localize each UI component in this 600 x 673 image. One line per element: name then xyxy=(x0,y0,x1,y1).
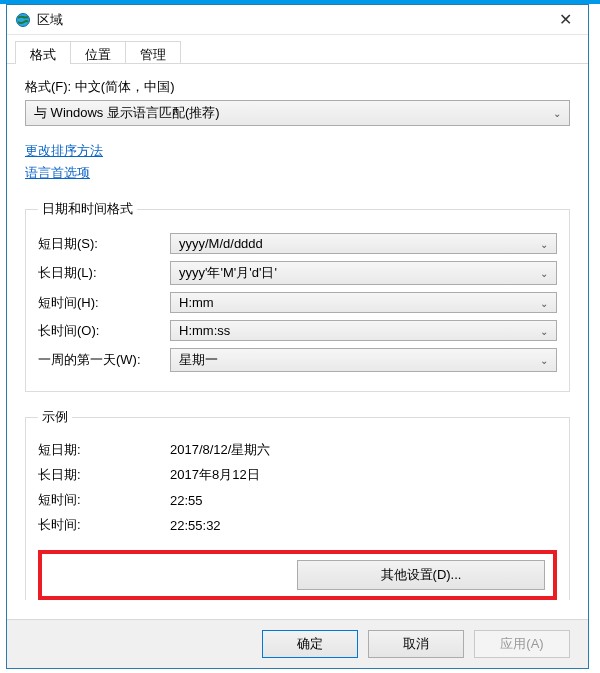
ex-long-date-label: 长日期: xyxy=(38,466,170,484)
chevron-down-icon: ⌄ xyxy=(540,325,548,336)
close-button[interactable]: ✕ xyxy=(542,5,588,34)
svg-point-0 xyxy=(17,13,30,26)
first-day-value: 星期一 xyxy=(179,352,218,367)
ex-short-date-value: 2017/8/12/星期六 xyxy=(170,441,557,459)
example-group: 示例 短日期: 2017/8/12/星期六 长日期: 2017年8月12日 短时… xyxy=(25,408,570,600)
tab-label: 位置 xyxy=(85,47,111,62)
ex-long-time-value: 22:55:32 xyxy=(170,518,557,533)
long-date-label: 长日期(L): xyxy=(38,264,170,282)
tab-administrative[interactable]: 管理 xyxy=(125,41,181,63)
window-title: 区域 xyxy=(37,11,542,29)
tab-label: 管理 xyxy=(140,47,166,62)
ex-short-time-value: 22:55 xyxy=(170,493,557,508)
long-date-select[interactable]: yyyy'年'M'月'd'日' ⌄ xyxy=(170,261,557,285)
chevron-down-icon: ⌄ xyxy=(540,297,548,308)
ex-short-time-label: 短时间: xyxy=(38,491,170,509)
highlight-box: 其他设置(D)... xyxy=(38,550,557,600)
long-time-label: 长时间(O): xyxy=(38,322,170,340)
short-time-select[interactable]: H:mm ⌄ xyxy=(170,292,557,313)
cancel-button[interactable]: 取消 xyxy=(368,630,464,658)
chevron-down-icon: ⌄ xyxy=(540,238,548,249)
example-legend: 示例 xyxy=(38,408,72,426)
ex-long-time-label: 长时间: xyxy=(38,516,170,534)
tab-format[interactable]: 格式 xyxy=(15,41,71,63)
format-select[interactable]: 与 Windows 显示语言匹配(推荐) ⌄ xyxy=(25,100,570,126)
region-icon xyxy=(15,12,31,28)
ex-short-date-label: 短日期: xyxy=(38,441,170,459)
other-settings-button[interactable]: 其他设置(D)... xyxy=(297,560,545,590)
format-panel: 格式(F): 中文(简体，中国) 与 Windows 显示语言匹配(推荐) ⌄ … xyxy=(7,64,588,619)
short-time-label: 短时间(H): xyxy=(38,294,170,312)
links: 更改排序方法 语言首选项 xyxy=(25,140,570,184)
apply-button[interactable]: 应用(A) xyxy=(474,630,570,658)
format-select-value: 与 Windows 显示语言匹配(推荐) xyxy=(34,105,220,120)
short-date-label: 短日期(S): xyxy=(38,235,170,253)
datetime-format-legend: 日期和时间格式 xyxy=(38,200,137,218)
short-time-value: H:mm xyxy=(179,295,214,310)
first-day-label: 一周的第一天(W): xyxy=(38,351,170,369)
tab-label: 格式 xyxy=(30,47,56,62)
first-day-select[interactable]: 星期一 ⌄ xyxy=(170,348,557,372)
ok-label: 确定 xyxy=(297,636,323,651)
close-icon: ✕ xyxy=(559,10,572,29)
cancel-label: 取消 xyxy=(403,636,429,651)
ok-button[interactable]: 确定 xyxy=(262,630,358,658)
titlebar: 区域 ✕ xyxy=(7,5,588,35)
format-label: 格式(F): 中文(简体，中国) xyxy=(25,78,570,96)
short-date-select[interactable]: yyyy/M/d/dddd ⌄ xyxy=(170,233,557,254)
tab-bar: 格式 位置 管理 xyxy=(7,35,588,64)
language-pref-link[interactable]: 语言首选项 xyxy=(25,165,90,180)
apply-label: 应用(A) xyxy=(500,636,543,651)
short-date-value: yyyy/M/d/dddd xyxy=(179,236,263,251)
tab-location[interactable]: 位置 xyxy=(70,41,126,63)
chevron-down-icon: ⌄ xyxy=(540,268,548,279)
ex-long-date-value: 2017年8月12日 xyxy=(170,466,557,484)
other-settings-label: 其他设置(D)... xyxy=(381,567,462,582)
long-time-value: H:mm:ss xyxy=(179,323,230,338)
change-sort-link[interactable]: 更改排序方法 xyxy=(25,143,103,158)
datetime-format-group: 日期和时间格式 短日期(S): yyyy/M/d/dddd ⌄ 长日期(L): … xyxy=(25,200,570,392)
long-date-value: yyyy'年'M'月'd'日' xyxy=(179,265,277,280)
chevron-down-icon: ⌄ xyxy=(553,108,561,119)
dialog-button-bar: 确定 取消 应用(A) xyxy=(7,619,588,668)
long-time-select[interactable]: H:mm:ss ⌄ xyxy=(170,320,557,341)
region-dialog: 区域 ✕ 格式 位置 管理 格式(F): 中文(简体，中国) 与 Windows… xyxy=(6,4,589,669)
chevron-down-icon: ⌄ xyxy=(540,355,548,366)
